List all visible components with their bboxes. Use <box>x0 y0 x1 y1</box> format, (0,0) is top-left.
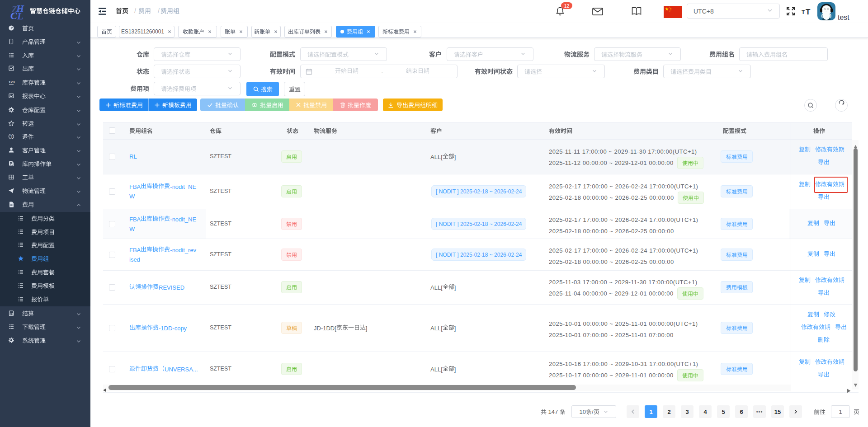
svg-text:123: 123 <box>9 80 15 84</box>
svg-text:T: T <box>806 8 811 16</box>
svg-text:L: L <box>17 10 23 22</box>
svg-text:?: ? <box>10 134 13 139</box>
svg-text:T: T <box>802 9 805 15</box>
svg-text:C: C <box>10 10 17 21</box>
